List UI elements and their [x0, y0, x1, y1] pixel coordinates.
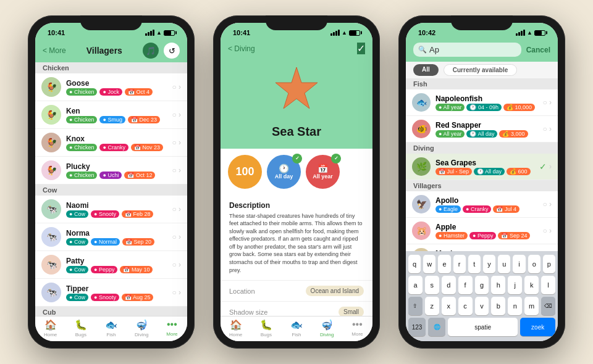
avatar: 🐓	[41, 77, 61, 97]
key-t[interactable]: t	[468, 255, 481, 273]
music-icon[interactable]: 🎵	[143, 43, 159, 59]
wifi-icon: ▲	[527, 30, 532, 36]
key-p[interactable]: p	[543, 255, 555, 273]
tag: 📅 Sep 24	[498, 232, 530, 239]
key-m[interactable]: m	[524, 297, 539, 315]
key-d[interactable]: d	[442, 276, 456, 294]
key-e[interactable]: e	[438, 255, 450, 273]
cancel-button[interactable]: Cancel	[526, 46, 550, 54]
key-l[interactable]: l	[541, 276, 555, 294]
badge-value: 100	[235, 166, 254, 177]
key-u[interactable]: u	[498, 255, 510, 273]
key-z[interactable]: z	[425, 297, 439, 315]
tab-bugs[interactable]: 🐛 Bugs	[251, 319, 281, 337]
status-icons-2: ▲	[330, 30, 360, 36]
time-2: 10:41	[233, 29, 250, 36]
back-button-2[interactable]: < Diving	[228, 44, 255, 53]
seastar-title: Sea Star	[272, 125, 321, 139]
tag: 💰 10,000	[503, 104, 535, 111]
tag: ● Uchi	[99, 172, 122, 179]
list-item[interactable]: 🐓 Goose ● Chicken ● Jock 📅 Oct 4 ○ ›	[35, 73, 187, 101]
tab-home[interactable]: 🏠 Home	[221, 319, 251, 337]
key-f[interactable]: f	[458, 276, 473, 294]
list-item[interactable]: 🐓 Plucky ● Chicken ● Uchi 📅 Oct 12 ○ ›	[35, 157, 187, 184]
villager-name: Knox	[66, 134, 169, 143]
tag: 🕐 All day	[474, 168, 505, 175]
item-name: Sea Grapes	[435, 159, 539, 167]
key-y[interactable]: y	[483, 255, 495, 273]
key-c[interactable]: c	[458, 297, 473, 315]
key-j[interactable]: j	[508, 276, 522, 294]
list-item[interactable]: 🐟 Napoleonfish ● All year 🕐 04 - 09h 💰 1…	[406, 89, 558, 116]
key-h[interactable]: h	[491, 276, 505, 294]
location-value: Ocean and Island	[306, 286, 364, 296]
key-w[interactable]: w	[423, 255, 435, 273]
description-section: Description These star-shaped creatures …	[221, 195, 372, 281]
list-item[interactable]: 🐻 Maple ● Cub ● Normal 📅 Jun 15 ○ ›	[406, 244, 558, 251]
key-v[interactable]: v	[475, 297, 489, 315]
location-label: Location	[229, 287, 306, 295]
search-input-wrap[interactable]: 🔍 Ap	[413, 43, 521, 57]
villager-info: Tipper ● Cow ● Snooty 📅 Aug 25	[66, 284, 169, 301]
shadow-row: Shadow size Small	[221, 301, 372, 316]
list-item[interactable]: 🐹 Apple ● Hamster ● Peppy 📅 Sep 24 ○ ›	[406, 218, 558, 244]
list-item[interactable]: 🐓 Knox ● Chicken ● Cranky 📅 Nov 23 ○ ›	[35, 129, 187, 157]
key-emoji[interactable]: 🌐	[428, 318, 445, 336]
refresh-icon[interactable]: ↺	[164, 43, 180, 59]
avatar: 🐄	[41, 255, 61, 275]
filter-available[interactable]: Currently available	[444, 64, 517, 76]
avatar: 🐠	[412, 120, 431, 138]
filter-all[interactable]: All	[413, 64, 439, 76]
tab-diving[interactable]: 🤿 Diving	[127, 319, 157, 337]
tag: ● Cow	[66, 210, 88, 218]
tag: ● Cranky	[463, 205, 491, 213]
tab-fish[interactable]: 🐟 Fish	[281, 319, 311, 337]
status-icons-1: ▲	[145, 30, 175, 36]
battery-icon	[349, 30, 360, 36]
tag: ● Snooty	[91, 294, 119, 301]
villager-tags: ● Cow ● Peppy 📅 May 10	[66, 266, 169, 273]
tab-diving[interactable]: 🤿 Diving	[312, 319, 342, 337]
item-name: Apple	[435, 223, 540, 231]
list-item[interactable]: 🐄 Norma ● Cow ● Normal 📅 Sep 20 ○ ›	[35, 223, 187, 251]
tab-bugs[interactable]: 🐛 Bugs	[65, 319, 96, 337]
key-x[interactable]: x	[442, 297, 456, 315]
tab-home[interactable]: 🏠 Home	[35, 319, 65, 337]
key-g[interactable]: g	[475, 276, 489, 294]
key-action[interactable]: zoek	[520, 318, 555, 336]
key-i[interactable]: i	[513, 255, 525, 273]
tab-more[interactable]: ••• More	[157, 319, 187, 337]
key-r[interactable]: r	[453, 255, 466, 273]
key-o[interactable]: o	[528, 255, 540, 273]
search-input[interactable]: Ap	[429, 45, 439, 54]
description-text: These star-shaped creatures have hundred…	[229, 212, 364, 275]
key-k[interactable]: k	[524, 276, 539, 294]
key-shift[interactable]: ⇧	[408, 297, 423, 315]
tab-more[interactable]: ••• More	[342, 319, 372, 337]
avatar: 🐄	[41, 283, 61, 302]
list-item[interactable]: 🌿 Sea Grapes 📅 Jul - Sep 🕐 All day 💰 600…	[406, 154, 558, 180]
list-item[interactable]: 🐄 Patty ● Cow ● Peppy 📅 May 10 ○ ›	[35, 251, 187, 279]
nav-bar-1: < More Villagers 🎵 ↺	[35, 40, 187, 62]
checkmark-icon[interactable]: ✓	[357, 43, 365, 54]
key-delete[interactable]: ⌫	[541, 297, 555, 315]
back-button-1[interactable]: < More	[43, 46, 66, 55]
key-s[interactable]: s	[425, 276, 439, 294]
list-item[interactable]: 🐄 Tipper ● Cow ● Snooty 📅 Aug 25 ○ ›	[35, 279, 187, 307]
key-space[interactable]: spatie	[448, 318, 518, 336]
key-a[interactable]: a	[408, 276, 423, 294]
tab-fish[interactable]: 🐟 Fish	[96, 319, 126, 337]
list-item[interactable]: 🦅 Apollo ● Eagle ● Cranky 📅 Jul 4 ○ ›	[406, 191, 558, 218]
signal-icon	[330, 30, 340, 36]
key-numbers[interactable]: 123	[408, 318, 426, 336]
home-icon: 🏠	[44, 319, 57, 331]
key-b[interactable]: b	[491, 297, 505, 315]
list-item[interactable]: 🐠 Red Snapper ● All year 🕐 All day 💰 3,0…	[406, 116, 558, 143]
key-n[interactable]: n	[508, 297, 522, 315]
key-q[interactable]: q	[408, 255, 421, 273]
list-item[interactable]: 🐄 Naomi ● Cow ● Snooty 📅 Feb 28 ○ ›	[35, 196, 187, 223]
villager-tags: ● Chicken ● Uchi 📅 Oct 12	[66, 172, 169, 179]
list-item[interactable]: 🐓 Ken ● Chicken ● Smug 📅 Dec 23 ○ ›	[35, 101, 187, 129]
villager-tags: ● Cow ● Normal 📅 Sep 20	[66, 238, 169, 246]
villager-name: Patty	[66, 257, 169, 265]
